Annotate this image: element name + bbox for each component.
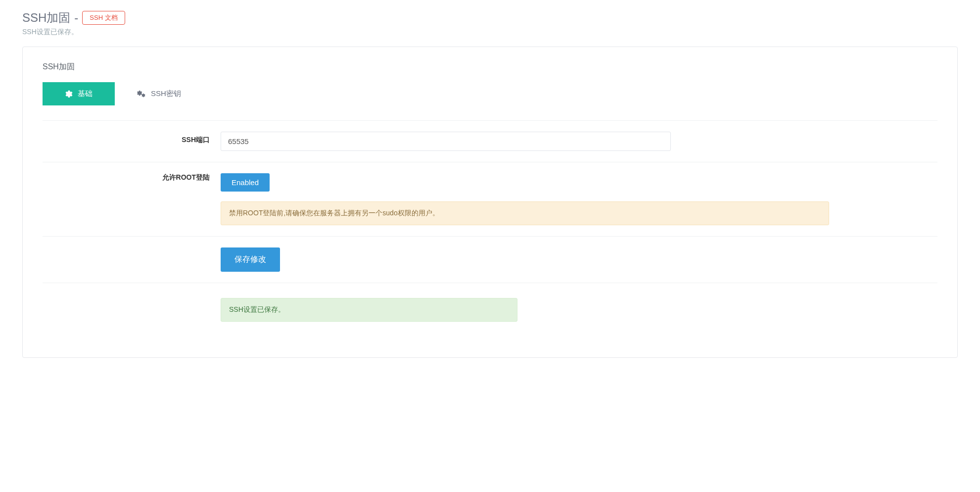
tab-basic[interactable]: 基础	[43, 82, 115, 105]
tab-ssh-keys[interactable]: SSH密钥	[115, 82, 203, 105]
gears-icon	[137, 90, 146, 98]
root-login-row: 允许ROOT登陆 Enabled 禁用ROOT登陆前,请确保您在服务器上拥有另一…	[43, 162, 937, 237]
ssh-port-row: SSH端口	[43, 121, 937, 162]
save-row: 保存修改	[43, 237, 937, 283]
success-alert: SSH设置已保存。	[221, 298, 517, 322]
title-text: SSH加固	[22, 10, 70, 26]
root-warning-alert: 禁用ROOT登陆前,请确保您在服务器上拥有另一个sudo权限的用户。	[221, 201, 829, 225]
ssh-port-label: SSH端口	[43, 132, 221, 145]
save-button[interactable]: 保存修改	[221, 247, 280, 272]
page-title: SSH加固 - SSH 文档	[22, 10, 958, 26]
page-subtitle: SSH设置已保存。	[22, 28, 958, 37]
title-separator: -	[74, 11, 78, 25]
page-header: SSH加固 - SSH 文档 SSH设置已保存。	[22, 10, 958, 37]
tab-ssh-keys-label: SSH密钥	[151, 89, 181, 98]
ssh-port-input[interactable]	[221, 132, 671, 151]
panel-title: SSH加固	[43, 62, 937, 72]
ssh-doc-button[interactable]: SSH 文档	[82, 11, 125, 25]
root-login-label: 允许ROOT登陆	[43, 173, 221, 182]
success-row: SSH设置已保存。	[43, 283, 937, 333]
enabled-toggle-button[interactable]: Enabled	[221, 173, 270, 192]
tab-basic-label: 基础	[78, 89, 93, 98]
main-panel: SSH加固 基础 SSH密钥	[22, 47, 958, 358]
gear-icon	[65, 90, 73, 98]
tabs: 基础 SSH密钥	[43, 82, 937, 105]
